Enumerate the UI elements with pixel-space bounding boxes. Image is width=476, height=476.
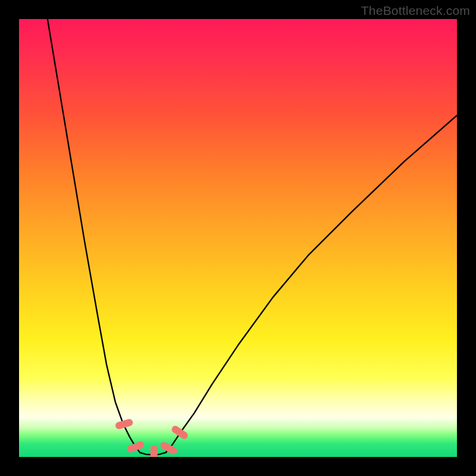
bottleneck-curve (48, 19, 457, 455)
right-marker-upper (170, 424, 189, 440)
valley-marker (150, 445, 158, 457)
plot-area (19, 19, 457, 457)
valley-marker-shape (150, 445, 158, 457)
right-marker-upper-shape (170, 424, 189, 440)
watermark-text: TheBottleneck.com (361, 4, 470, 18)
left-marker-upper-shape (115, 418, 134, 430)
left-marker-upper (115, 418, 134, 430)
left-marker-lower-shape (126, 440, 145, 453)
marker-group (115, 418, 189, 457)
chart-svg (19, 19, 457, 457)
left-marker-lower (126, 440, 145, 453)
chart-frame: TheBottleneck.com (0, 0, 476, 476)
curve-group (48, 19, 457, 455)
